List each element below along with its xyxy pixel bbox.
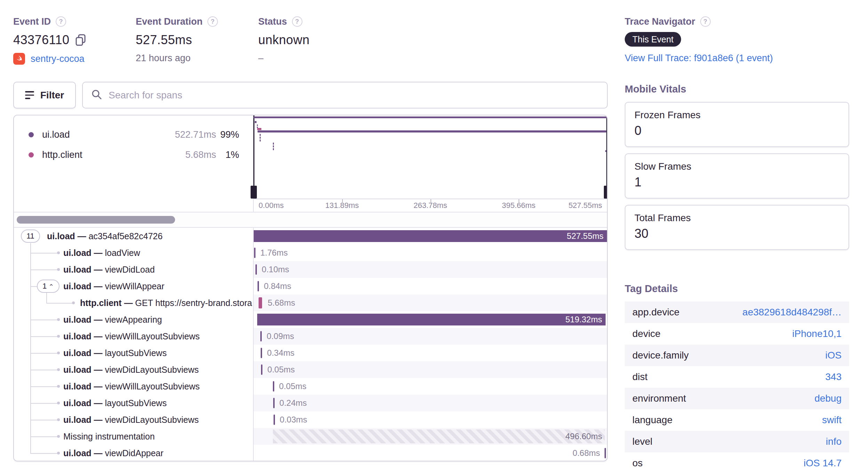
tag-value-link[interactable]: swift (822, 414, 842, 426)
tag-value-link[interactable]: iOS 14.7 (804, 458, 842, 469)
tree-connector-line (30, 353, 57, 354)
minimap-left-handle-grip[interactable] (251, 186, 257, 199)
span-children-count: 1 (42, 282, 47, 291)
legend-color-dot (29, 152, 34, 158)
span-description: ui.load — loadView (63, 248, 140, 258)
span-tree-cell: ui.load — viewDidAppear (14, 445, 254, 461)
minimap-right-handle-grip[interactable] (604, 186, 608, 199)
tag-row: environmentdebug (625, 388, 849, 409)
tree-guide-line (46, 293, 47, 304)
span-row[interactable]: ui.load — viewDidLayoutSubviews0.03ms (14, 411, 607, 428)
event-id-label: Event ID (13, 16, 51, 27)
span-duration-tick (258, 281, 259, 291)
span-description: ui.load — viewDidLayoutSubviews (63, 415, 199, 425)
help-icon[interactable]: ? (207, 16, 218, 27)
span-tree-cell: http.client — GET https://sentry-brand.s… (14, 295, 254, 311)
span-duration-label: 0.24ms (279, 398, 307, 408)
event-id-value: 43376110 (13, 33, 70, 47)
span-legend-panel: ui.load522.71ms99%http.client5.68ms1% (14, 115, 254, 212)
span-duration-label: 527.55ms (567, 231, 603, 241)
span-tree-cell: ui.load — viewAppearing (14, 311, 254, 328)
help-icon[interactable]: ? (56, 16, 66, 27)
axis-tick (342, 199, 343, 202)
tag-details-table: app.deviceae3829618d484298f…deviceiPhone… (625, 301, 849, 474)
span-tree-cell: ui.load — loadView (14, 244, 254, 261)
tag-key: environment (632, 393, 814, 404)
span-row[interactable]: ui.load — loadView1.76ms (14, 244, 607, 261)
span-waterfall-cell: 0.24ms (254, 395, 607, 411)
copy-icon[interactable] (75, 34, 86, 46)
span-description: ui.load — viewDidAppear (63, 448, 164, 458)
tag-value-link[interactable]: iPhone10,1 (792, 328, 842, 339)
minimap-span-mark (273, 145, 274, 147)
tag-value-link[interactable]: debug (814, 393, 842, 404)
span-children-count-pill[interactable]: 11 (21, 230, 40, 243)
tag-key: language (632, 414, 822, 426)
tag-key: level (632, 436, 826, 447)
tag-value-link[interactable]: 343 (825, 371, 842, 383)
help-icon[interactable]: ? (292, 16, 302, 27)
span-row[interactable]: ui.load — viewDidLayoutSubviews0.05ms (14, 361, 607, 378)
help-icon[interactable]: ? (700, 16, 711, 27)
span-row[interactable]: ui.load — viewWillLayoutSubviews0.05ms (14, 378, 607, 395)
vital-card: Slow Frames1 (625, 153, 849, 199)
tree-connector-dot (57, 352, 60, 354)
span-row[interactable]: http.client — GET https://sentry-brand.s… (14, 295, 607, 311)
span-description: ui.load — viewAppearing (63, 315, 162, 325)
span-tree-cell: ui.load — viewDidLayoutSubviews (14, 411, 254, 428)
span-duration-tick (274, 414, 275, 425)
span-children-count-pill[interactable]: 1⌃ (37, 280, 60, 293)
span-duration-tick (261, 348, 262, 358)
tag-row: languageswift (625, 409, 849, 431)
trace-waterfall-panel: ui.load522.71ms99%http.client5.68ms1% 0.… (13, 115, 608, 461)
project-link[interactable]: sentry-cocoa (31, 54, 85, 64)
span-duration-label: 0.84ms (264, 281, 291, 291)
tree-connector-dot (57, 385, 60, 388)
trace-minimap[interactable] (254, 115, 607, 199)
span-row[interactable]: ui.load — layoutSubViews0.34ms (14, 345, 607, 361)
status-sub: – (258, 53, 263, 64)
span-description: ui.load — viewDidLoad (63, 265, 155, 275)
span-tree-cell: ui.load — layoutSubViews (14, 345, 254, 361)
filter-button[interactable]: Filter (13, 82, 76, 108)
span-search-input[interactable] (109, 90, 599, 101)
tree-connector-line (30, 269, 57, 270)
span-duration-tick (605, 448, 606, 458)
tree-connector-line (30, 420, 57, 420)
minimap-span-mark (260, 134, 261, 136)
tag-value-link[interactable]: info (826, 436, 842, 447)
span-description: ui.load — layoutSubViews (63, 348, 167, 358)
tag-value-link[interactable]: ae3829618d484298f… (742, 307, 842, 318)
minimap-span-mark (273, 148, 274, 150)
span-row[interactable]: ui.load — viewAppearing519.32ms (14, 311, 607, 328)
minimap-span-mark (260, 139, 261, 142)
span-duration-label: 0.68ms (573, 448, 600, 458)
span-row[interactable]: ui.load — viewDidAppear0.68ms (14, 445, 607, 461)
legend-item[interactable]: http.client5.68ms1% (14, 145, 253, 165)
span-description: Missing instrumentation (63, 432, 155, 442)
span-waterfall-cell: 519.32ms (254, 311, 607, 328)
trace-navigator-label: Trace Navigator (625, 16, 695, 27)
tag-row: levelinfo (625, 431, 849, 452)
span-duration-label: 0.09ms (267, 331, 294, 341)
span-row[interactable]: 11ui.load — ac354af5e82c4726527.55ms (14, 228, 607, 244)
minimap-span-mark (258, 130, 606, 132)
tree-scrollbar-thumb[interactable] (17, 216, 175, 224)
swift-icon (13, 53, 25, 65)
tag-value-link[interactable]: iOS (825, 350, 842, 361)
view-full-trace-link[interactable]: View Full Trace: f901a8e6 (1 event) (625, 53, 773, 64)
span-waterfall-cell: 0.03ms (254, 411, 607, 428)
tree-connector-line (30, 453, 57, 454)
axis-tick (431, 199, 431, 202)
span-row[interactable]: Missing instrumentation496.60ms (14, 428, 607, 445)
tree-connector-line (30, 370, 57, 370)
tree-connector-dot (57, 368, 60, 371)
span-row[interactable]: ui.load — layoutSubViews0.24ms (14, 395, 607, 411)
legend-item[interactable]: ui.load522.71ms99% (14, 124, 253, 145)
span-duration-tick (259, 297, 262, 308)
span-row[interactable]: ui.load — viewDidLoad0.10ms (14, 261, 607, 278)
span-waterfall-cell: 0.68ms (254, 445, 607, 461)
tag-key: device.family (632, 350, 825, 361)
span-row[interactable]: ui.load — viewWillLayoutSubviews0.09ms (14, 328, 607, 345)
span-row[interactable]: 1⌃ui.load — viewWillAppear0.84ms (14, 278, 607, 295)
